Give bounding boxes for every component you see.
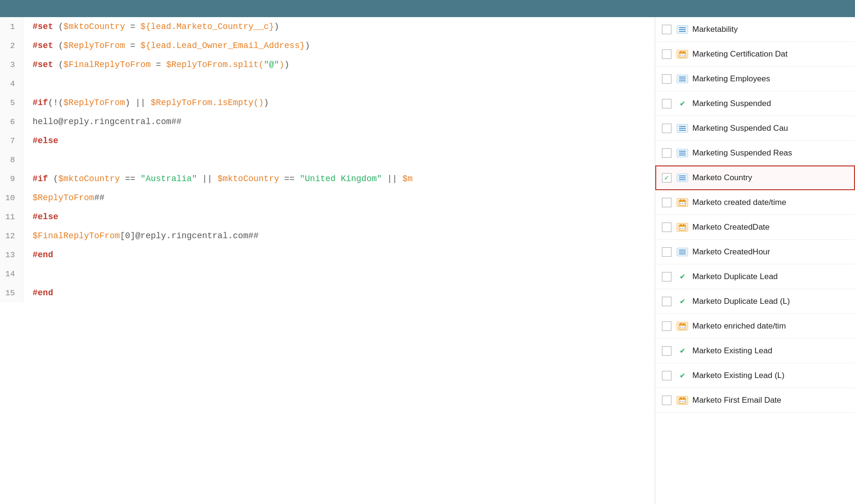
line-code	[23, 74, 655, 93]
line-code: $ReplyToFrom##	[23, 188, 655, 207]
token-var: $FinalReplyToFrom	[63, 60, 151, 69]
line-number: 3	[0, 55, 23, 74]
modal-body: 1#set ($mktoCountry = ${lead.Marketo_Cou…	[0, 17, 855, 504]
line-number: 14	[0, 264, 23, 283]
line-number: 9	[0, 169, 23, 188]
field-checkbox-marketo-existing-lead[interactable]	[662, 346, 671, 356]
field-icon-marketo-existing-lead-l: ✔	[676, 371, 689, 380]
field-icon-marketing-suspended-rea	[676, 148, 689, 158]
token-op: )	[305, 41, 310, 50]
svg-rect-37	[679, 252, 686, 252]
field-icon-marketo-existing-lead: ✔	[676, 346, 689, 356]
line-code: #set ($FinalReplyToFrom = $ReplyToFrom.s…	[23, 55, 655, 74]
field-label-marketo-first-email-date: Marketo First Email Date	[692, 396, 781, 405]
code-line-3: 3#set ($FinalReplyToFrom = $ReplyToFrom.…	[0, 55, 655, 74]
token-directive: #set	[33, 60, 53, 69]
field-item-marketo-existing-lead-l[interactable]: ✔Marketo Existing Lead (L)	[655, 363, 855, 388]
token-op: (!(	[48, 98, 63, 107]
token-op: )	[284, 60, 290, 69]
field-item-marketo-createdhour[interactable]: Marketo CreatedHour	[655, 240, 855, 264]
field-checkbox-marketing-suspended-cau[interactable]	[662, 124, 671, 133]
field-icon-marketo-enriched-datetime	[676, 321, 689, 331]
field-checkbox-marketability[interactable]	[662, 25, 671, 34]
field-icon-marketing-employees	[676, 74, 689, 84]
field-item-marketo-duplicate-lead[interactable]: ✔Marketo Duplicate Lead	[655, 264, 855, 289]
token-var: $mktoCountry	[63, 22, 125, 31]
line-code: #if(!($ReplyToFrom) || $ReplyToFrom.isEm…	[23, 93, 655, 112]
field-checkbox-marketo-duplicate-lead-l[interactable]	[662, 297, 671, 306]
svg-rect-32	[683, 224, 684, 226]
field-item-marketing-employees[interactable]: Marketing Employees	[655, 67, 855, 91]
svg-rect-45	[684, 327, 685, 328]
token-op: ) ||	[125, 98, 151, 107]
field-item-marketing-cert-date[interactable]: Marketing Certification Dat	[655, 42, 855, 67]
field-item-marketo-first-email-date[interactable]: Marketo First Email Date	[655, 388, 855, 413]
token-fn: )	[279, 60, 284, 69]
svg-rect-5	[680, 51, 681, 53]
field-icon-marketo-duplicate-lead-l: ✔	[676, 297, 689, 306]
field-item-marketo-duplicate-lead-l[interactable]: ✔Marketo Duplicate Lead (L)	[655, 289, 855, 314]
svg-rect-1	[679, 29, 686, 30]
svg-rect-14	[679, 128, 686, 129]
field-item-marketo-existing-lead[interactable]: ✔Marketo Existing Lead	[655, 339, 855, 363]
field-checkbox-marketo-created-datetime[interactable]	[662, 198, 671, 207]
svg-rect-51	[682, 401, 683, 402]
field-item-marketing-suspended-rea[interactable]: Marketing Suspended Reas	[655, 141, 855, 165]
field-label-marketing-employees: Marketing Employees	[692, 74, 770, 84]
svg-rect-44	[682, 327, 683, 328]
field-icon-marketo-first-email-date	[676, 396, 689, 405]
field-label-marketo-duplicate-lead-l: Marketo Duplicate Lead (L)	[692, 297, 790, 306]
field-checkbox-marketing-suspended[interactable]	[662, 99, 671, 108]
token-plain: ##	[94, 193, 105, 203]
token-directive: #else	[33, 212, 58, 222]
field-checkbox-marketing-employees[interactable]	[662, 74, 671, 84]
code-line-8: 8	[0, 150, 655, 169]
code-editor[interactable]: 1#set ($mktoCountry = ${lead.Marketo_Cou…	[0, 17, 655, 504]
token-op: )	[264, 98, 269, 107]
field-checkbox-marketo-country[interactable]: ✓	[662, 173, 671, 183]
line-code: #if ($mktoCountry == "Australia" || $mkt…	[23, 169, 655, 188]
line-code: #end	[23, 283, 655, 302]
svg-rect-0	[679, 27, 686, 28]
field-item-marketo-country[interactable]: ✓Marketo Country	[655, 165, 855, 190]
field-item-marketability[interactable]: Marketability	[655, 17, 855, 42]
field-item-marketo-createddate[interactable]: Marketo CreatedDate	[655, 215, 855, 240]
field-item-marketo-created-datetime[interactable]: Marketo created date/time	[655, 190, 855, 215]
field-checkbox-marketo-duplicate-lead[interactable]	[662, 272, 671, 281]
code-line-14: 14	[0, 264, 655, 283]
svg-rect-33	[680, 228, 681, 229]
svg-rect-52	[684, 401, 685, 402]
svg-rect-20	[679, 177, 686, 178]
field-item-marketing-suspended[interactable]: ✔Marketing Suspended	[655, 91, 855, 116]
svg-rect-41	[680, 323, 681, 325]
field-checkbox-marketo-existing-lead-l[interactable]	[662, 371, 671, 380]
field-item-marketo-enriched-datetime[interactable]: Marketo enriched date/tim	[655, 314, 855, 339]
svg-rect-9	[684, 55, 685, 56]
line-number: 6	[0, 112, 23, 131]
code-table: 1#set ($mktoCountry = ${lead.Marketo_Cou…	[0, 17, 655, 302]
token-op: =	[125, 22, 140, 31]
token-var: ${lead.Lead_Owner_Email_Address}	[140, 41, 305, 50]
field-checkbox-marketo-first-email-date[interactable]	[662, 396, 671, 405]
code-line-1: 1#set ($mktoCountry = ${lead.Marketo_Cou…	[0, 17, 655, 36]
token-var: $mktoCountry	[58, 174, 120, 184]
token-directive: #end	[33, 250, 53, 260]
field-checkbox-marketing-suspended-rea[interactable]	[662, 148, 671, 158]
field-checkbox-marketo-enriched-datetime[interactable]	[662, 321, 671, 331]
token-op: (	[53, 22, 64, 31]
line-code: #else	[23, 207, 655, 226]
field-checkbox-marketing-cert-date[interactable]	[662, 49, 671, 59]
line-number: 7	[0, 131, 23, 150]
field-checkbox-marketo-createddate[interactable]	[662, 223, 671, 232]
field-icon-marketo-created-datetime	[676, 198, 689, 207]
field-label-marketing-cert-date: Marketing Certification Dat	[692, 49, 787, 59]
svg-rect-21	[679, 179, 686, 180]
modal-header	[0, 0, 855, 17]
field-label-marketing-suspended-cau: Marketing Suspended Cau	[692, 124, 788, 133]
token-directive: #end	[33, 288, 53, 298]
field-item-marketing-suspended-cau[interactable]: Marketing Suspended Cau	[655, 116, 855, 141]
svg-rect-8	[682, 55, 683, 56]
token-var: $ReplyToFrom	[151, 98, 213, 107]
code-line-11: 11#else	[0, 207, 655, 226]
field-checkbox-marketo-createdhour[interactable]	[662, 247, 671, 257]
